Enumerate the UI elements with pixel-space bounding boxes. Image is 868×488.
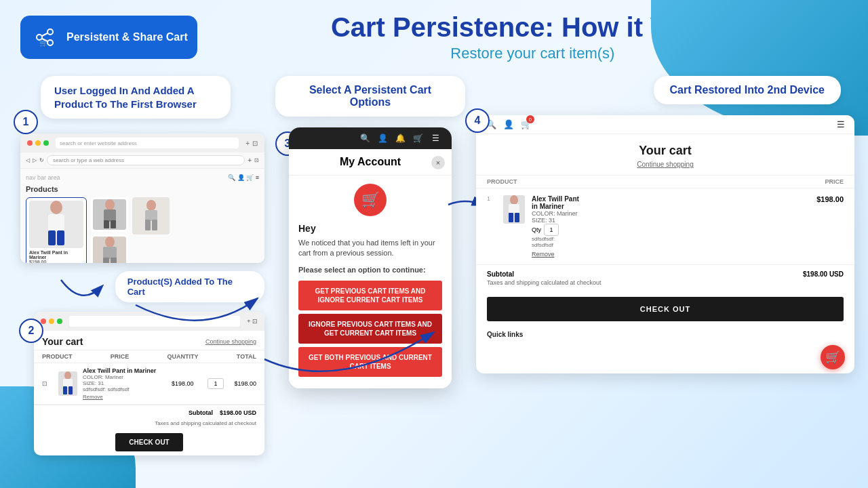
step4-browser: 🔍 👤 🛒 0 ☰ Your cart Continue shopping PR xyxy=(476,115,854,373)
d2-qty-row: Qty 1 xyxy=(532,224,800,236)
logo-icon: 🛒 xyxy=(30,22,60,52)
col-total: TOTAL xyxy=(237,353,256,360)
content-area: 1 User Logged In And Added A Product To … xyxy=(0,69,868,455)
cart-restored-label: Cart Restored Into 2nd Device xyxy=(654,76,842,104)
cart-remove-link[interactable]: Remove xyxy=(83,394,166,400)
cart-columns: PRODUCT PRICE QUANTITY TOTAL xyxy=(34,350,264,363)
d2-item-code2: sdfsdfsdf xyxy=(532,242,800,248)
step2-cart-browser: + ⊡ Your cart Continue shopping PRODUCT … xyxy=(34,312,264,455)
phone-search-icon: 🔍 xyxy=(359,133,370,144)
phone-close-button[interactable]: × xyxy=(431,156,445,169)
phone-menu-icon: ☰ xyxy=(430,133,441,144)
step2-arrow-label: Product(S) Added To The Cart xyxy=(54,271,264,302)
cart-badge: 0 xyxy=(526,115,534,123)
col-quantity: QUANTITY xyxy=(167,353,199,360)
product-name-main: Alex Twill Pant in Mariner xyxy=(29,250,83,260)
d2-item-price: $198.00 xyxy=(806,195,844,203)
get-previous-btn[interactable]: GET PREVIOUS CART ITEMS AND IGNORE CURRE… xyxy=(298,281,442,310)
cart-subtotal: Subtotal $198.00 USD xyxy=(34,405,264,420)
d2-qty-label: Qty xyxy=(532,226,541,233)
phone-modal: 🔍 👤 🔔 🛒 ☰ My Account × 🛒 Hey We noticed … xyxy=(289,127,452,388)
dot-yellow-1 xyxy=(35,140,41,146)
step1-browser: search or enter website address +⊡ ◁ ▷ ↻… xyxy=(20,134,264,263)
mini-product-3 xyxy=(132,197,170,235)
step2-area: 2 + ⊡ Your cart Continue shopping PR xyxy=(34,312,264,455)
ignore-previous-btn[interactable]: IGNORE PREVIOUS CART ITEMS AND GET CURRE… xyxy=(298,314,442,344)
d2-item-size: SIZE: 31 xyxy=(532,217,800,224)
dot-green-1 xyxy=(43,140,49,146)
d2-checkout-button[interactable]: CHECK OUT xyxy=(487,297,844,321)
dot-g2 xyxy=(57,319,62,324)
d2-fab-area: 🛒 xyxy=(476,345,854,373)
dot-red-1 xyxy=(27,140,33,146)
d2-quick-links: Quick links xyxy=(476,327,854,345)
product-grid: Alex Twill Pant in Mariner $198.00 xyxy=(26,197,259,263)
dot-r2 xyxy=(41,319,46,324)
cart-item-price: $198.00 xyxy=(172,380,202,387)
d2-col-price: PRICE xyxy=(825,178,844,185)
svg-rect-18 xyxy=(111,258,117,263)
step2-number: 2 xyxy=(19,319,43,343)
get-both-btn[interactable]: GET BOTH PREVIOUS AND CURRENT CART ITEMS xyxy=(298,347,442,377)
d2-item-img xyxy=(503,195,525,224)
d2-item-name: Alex Twill Pantin Mariner xyxy=(532,195,800,210)
svg-point-15 xyxy=(105,237,115,247)
d2-continue-shopping[interactable]: Continue shopping xyxy=(476,161,854,168)
select-persistent-label: Select A Persistent Cart Options xyxy=(275,76,465,117)
cart-item-details: Alex Twill Pant in Mariner COLOR: Marine… xyxy=(83,367,166,400)
svg-point-23 xyxy=(64,371,71,380)
mini-product-1 xyxy=(91,197,128,232)
svg-rect-9 xyxy=(48,230,56,245)
browser-content-1: nav bar area 🔍 👤 🛒 ≡ Products xyxy=(20,169,264,263)
nav-refresh: ↻ xyxy=(39,157,44,163)
subtotal-label: Subtotal xyxy=(189,409,213,416)
d2-top-bar: 🔍 👤 🛒 0 ☰ xyxy=(476,115,854,134)
cart-item-row: ⊡ Alex Twill Pant in Mariner COLOR: xyxy=(34,363,264,405)
svg-rect-24 xyxy=(63,379,73,387)
cart-continue: Continue shopping xyxy=(205,338,256,345)
nav-square: ⊡ xyxy=(254,157,259,163)
step3-container: 3 🔍 👤 🔔 🛒 ☰ My Account × 🛒 xyxy=(289,127,452,388)
cart-item-size: SIZE: 31 xyxy=(83,380,166,386)
d2-top-icons: 🔍 👤 🛒 0 xyxy=(486,119,532,129)
cart-item-total: $198.00 xyxy=(229,380,256,387)
logo-text: Persistent & Share Cart xyxy=(66,30,188,43)
phone-message: We noticed that you had items left in yo… xyxy=(298,238,442,259)
svg-point-7 xyxy=(50,201,62,214)
browser-nav-1: ◁ ▷ ↻ search or type a web address + ⊡ xyxy=(20,152,264,169)
svg-rect-12 xyxy=(104,209,116,222)
svg-rect-17 xyxy=(103,258,109,263)
d2-user-icon: 👤 xyxy=(503,119,514,129)
product-price-main: $198.00 xyxy=(29,260,83,263)
cart-title: Your cart xyxy=(42,336,83,347)
d2-hamburger-icon: ☰ xyxy=(837,119,845,129)
svg-rect-28 xyxy=(509,204,519,214)
step4-container: 4 🔍 👤 🛒 0 ☰ You xyxy=(476,104,854,373)
svg-rect-16 xyxy=(103,247,117,259)
phone-bell-icon: 🔔 xyxy=(395,133,406,144)
col-price: PRICE xyxy=(111,353,130,360)
svg-rect-22 xyxy=(152,220,157,230)
browser-bar-1: search or enter website address +⊡ xyxy=(20,134,264,152)
featured-product: Alex Twill Pant in Mariner $198.00 xyxy=(26,197,87,263)
svg-rect-14 xyxy=(111,220,116,228)
mini-product-2 xyxy=(91,235,128,263)
svg-point-11 xyxy=(105,199,115,210)
d2-fab-cart[interactable]: 🛒 xyxy=(821,345,845,369)
d2-cart-item: 1 Alex Twill Pantin Mariner COLOR: xyxy=(476,188,854,265)
svg-rect-8 xyxy=(48,214,64,232)
checkout-button-step2[interactable]: CHECK OUT xyxy=(115,433,182,451)
d2-remove-link[interactable]: Remove xyxy=(532,251,800,258)
phone-select-msg: Please select an option to continue: xyxy=(298,266,442,274)
cart-item-color: COLOR: Mariner xyxy=(83,374,166,380)
mini-img-2 xyxy=(93,237,126,263)
step4-header: Cart Restored Into 2nd Device xyxy=(476,69,854,104)
col-product: PRODUCT xyxy=(42,353,73,360)
svg-rect-10 xyxy=(57,230,64,245)
step4-number: 4 xyxy=(465,108,490,133)
cart-item-name: Alex Twill Pant in Mariner xyxy=(83,367,166,374)
phone-hey: Hey xyxy=(298,223,442,234)
nav-plus: + xyxy=(248,157,252,164)
subtotal-value: $198.00 USD xyxy=(220,409,256,416)
phone-cart-icon: 🛒 xyxy=(354,184,387,216)
